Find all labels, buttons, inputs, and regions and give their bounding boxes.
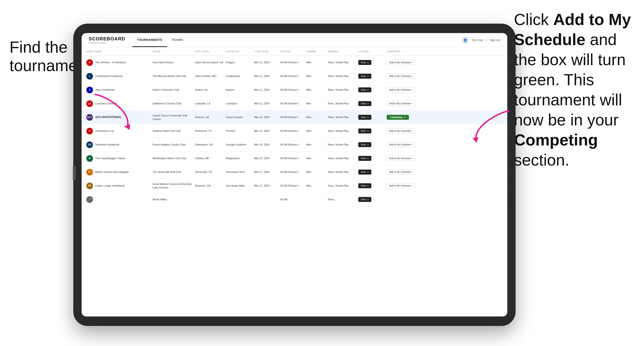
add-to-schedule-button[interactable]: Add to My Schedule +: [387, 60, 415, 65]
gender-cell: Men: [306, 129, 328, 133]
start-date-cell: Mar 12, 2024: [254, 116, 280, 119]
scoring-cell: Team, Stroke Play: [328, 184, 358, 187]
action-cell: View ⊙: [358, 87, 387, 92]
add-to-schedule-button[interactable]: Add to My Schedule +: [387, 101, 415, 106]
city-state-cell: Richmond, TX: [195, 129, 226, 133]
event-name-text: Champions Cup: [95, 129, 114, 133]
city-state-cell: Phoenix, AZ: [195, 116, 226, 119]
add-to-schedule-button[interactable]: Add to My Schedule +: [387, 156, 415, 161]
venue-cell: Forest Heights Country Club: [152, 143, 195, 146]
division-cell: NCAA Division I: [280, 170, 306, 173]
competing-cell: Competing ✓: [387, 115, 429, 120]
event-name-text: Louisiana Classics: [95, 102, 117, 105]
view-button[interactable]: View ⊙: [358, 183, 371, 188]
start-date-cell: Mar 17, 2024: [254, 184, 280, 187]
city-state-cell: Sevierville, TN: [195, 170, 226, 173]
table-row: LLindenwood InvitationalThe Missouri Blu…: [82, 69, 507, 83]
table-row: RThe Johnnie - O IndividualSea Palms Res…: [82, 56, 507, 69]
sidebar-tab[interactable]: [73, 166, 76, 180]
event-name-cell: TTBobby Nichols Intercollegiate: [86, 169, 152, 175]
gender-cell: Men: [306, 116, 328, 119]
view-button[interactable]: View ⊙: [358, 170, 371, 174]
tab-teams[interactable]: TEAMS: [167, 33, 188, 47]
competing-cell: Add to My Schedule +: [387, 73, 429, 79]
team-logo: TT: [86, 169, 93, 175]
action-cell: View ⊙: [358, 170, 387, 174]
scoring-cell: Team, Stroke Play: [328, 170, 358, 173]
event-name-text: Lindenwood Invitational: [95, 74, 122, 78]
logo-area: SCOREBOARD Powered by clippd: [89, 36, 125, 44]
view-button[interactable]: View ⊙: [358, 74, 371, 79]
team-logo: GCU: [86, 114, 93, 121]
division-cell: NCAA Division I: [280, 88, 306, 91]
scoring-cell: Team,: [328, 198, 358, 201]
table-row: KSLinger Longer InvitationalGreat Waters…: [82, 179, 507, 193]
add-to-schedule-button[interactable]: Add to My Schedule +: [387, 87, 415, 93]
view-button[interactable]: View ⊙: [358, 142, 371, 147]
event-name-text: GCU INVITATIONAL: [95, 116, 122, 119]
sign-out-link[interactable]: Sign out: [490, 38, 500, 42]
view-button[interactable]: View ⊙: [358, 87, 371, 92]
division-cell: NCAA Division I: [280, 129, 306, 133]
view-button[interactable]: View ⊙: [358, 115, 371, 120]
view-button[interactable]: View ⊙: [358, 101, 371, 106]
hosted-by-cell: Grand Canyon: [226, 116, 254, 119]
gender-cell: Men: [306, 74, 328, 78]
city-state-cell: Urbana, MD: [195, 157, 226, 160]
table-row: BThe Carpetbagger ClassicWorthington Man…: [82, 152, 507, 165]
start-date-cell: Mar 11, 2024: [254, 74, 280, 78]
city-state-cell: Saint Charles, MO: [195, 74, 226, 78]
city-state-cell: Saint Simons Island, GA: [195, 61, 226, 64]
col-hosted-by: HOSTED BY: [226, 50, 254, 53]
venue-cell: Shadow Hawk Golf Club: [152, 129, 195, 133]
col-scoring: SCORING: [328, 50, 358, 53]
logo-scoreboard: SCOREBOARD: [89, 36, 125, 42]
competing-button[interactable]: Competing ✓: [387, 115, 409, 120]
team-logo: LA: [86, 100, 93, 107]
start-date-cell: Mar 13, 2024: [254, 129, 280, 133]
competing-cell: Add to My Schedule +: [387, 87, 429, 93]
team-logo: R: [86, 59, 93, 66]
view-button[interactable]: View ⊙: [358, 129, 371, 134]
team-logo: KS: [86, 182, 93, 189]
start-date-cell: Mar 16, 2024: [254, 157, 280, 160]
scoring-cell: Team, Stroke Play: [328, 157, 358, 160]
event-name-text: Tiger Invitational: [95, 88, 114, 91]
scoring-cell: Team, Stroke Play: [328, 102, 358, 105]
add-to-schedule-button[interactable]: Add to My Schedule +: [387, 128, 415, 134]
event-name-text: Bobby Nichols Intercollegiate: [95, 170, 129, 173]
annotation-right: Click Add to My Schedule and the box wil…: [514, 9, 637, 170]
add-to-schedule-button[interactable]: Add to My Schedule +: [387, 142, 415, 147]
event-name-cell: ATiger Invitational: [86, 87, 152, 93]
event-name-cell: GSSchenkel Invitational: [86, 142, 152, 148]
table-container: EVENT NAME VENUE CITY, STATE HOSTED BY S…: [82, 47, 507, 317]
table-row: GCUGCU INVITATIONALGrand Canyon Universi…: [82, 111, 507, 124]
view-button[interactable]: View ⊙: [358, 156, 371, 161]
competing-cell: Add to My Schedule +: [387, 156, 429, 161]
action-cell: View ⊙: [358, 197, 387, 202]
event-name-cell: BThe Carpetbagger Classic: [86, 155, 152, 162]
add-to-schedule-button[interactable]: Add to My Schedule +: [387, 183, 415, 188]
separator: |: [486, 38, 487, 42]
hosted-by-cell: Lindenwood: [226, 74, 254, 78]
division-cell: NCAA Division I: [280, 61, 306, 64]
tab-tournaments[interactable]: TOURNAMENTS: [132, 33, 167, 47]
start-date-cell: Mar 11, 2024: [254, 102, 280, 105]
view-button[interactable]: View ⊙: [358, 197, 371, 202]
division-cell: NCAA Division I: [280, 116, 306, 119]
division-cell: NCAA Division I: [280, 157, 306, 160]
add-to-schedule-button[interactable]: Add to My Schedule +: [387, 73, 415, 79]
venue-cell: Sea Palms Resort: [152, 61, 195, 64]
division-cell: NCAA Division I: [280, 74, 306, 78]
competing-cell: Add to My Schedule +: [387, 101, 429, 106]
event-name-text: Linger Longer Invitational: [95, 184, 125, 187]
gender-cell: Men: [306, 88, 328, 91]
venue-cell: The Sevierville Golf Club: [152, 170, 195, 173]
team-logo: ?: [86, 196, 93, 203]
view-button[interactable]: View ⊙: [358, 60, 371, 65]
competing-cell: Add to My Schedule +: [387, 169, 429, 175]
add-to-schedule-button[interactable]: Add to My Schedule +: [387, 169, 415, 175]
event-name-text: The Carpetbagger Classic: [95, 157, 126, 160]
start-date-cell: Mar 11, 2024: [254, 88, 280, 91]
nav-tabs: TOURNAMENTS TEAMS: [132, 33, 188, 47]
